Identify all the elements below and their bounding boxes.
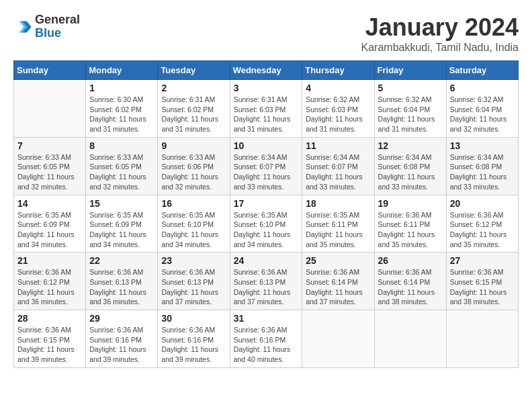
day-info: Sunrise: 6:34 AM Sunset: 6:08 PM Dayligh…	[378, 152, 443, 192]
calendar-day-cell: 28Sunrise: 6:36 AM Sunset: 6:15 PM Dayli…	[14, 310, 86, 368]
day-info: Sunrise: 6:35 AM Sunset: 6:11 PM Dayligh…	[306, 210, 370, 250]
calendar-day-cell: 8Sunrise: 6:33 AM Sunset: 6:05 PM Daylig…	[86, 137, 158, 195]
weekday-header-cell: Wednesday	[230, 61, 302, 80]
day-number: 15	[89, 198, 154, 209]
day-info: Sunrise: 6:31 AM Sunset: 6:02 PM Dayligh…	[161, 95, 226, 134]
calendar-day-cell: 21Sunrise: 6:36 AM Sunset: 6:12 PM Dayli…	[14, 253, 86, 310]
calendar-day-cell: 29Sunrise: 6:36 AM Sunset: 6:16 PM Dayli…	[86, 310, 158, 368]
calendar-day-cell: 5Sunrise: 6:32 AM Sunset: 6:04 PM Daylig…	[374, 80, 446, 138]
calendar-week-row: 1Sunrise: 6:30 AM Sunset: 6:02 PM Daylig…	[14, 80, 519, 138]
day-number: 24	[234, 255, 299, 266]
day-number: 17	[234, 198, 299, 209]
day-number: 16	[161, 198, 226, 209]
day-info: Sunrise: 6:32 AM Sunset: 6:04 PM Dayligh…	[378, 95, 443, 134]
day-number: 1	[89, 83, 154, 93]
title-section: January 2024 Karambakkudi, Tamil Nadu, I…	[361, 13, 519, 54]
day-info: Sunrise: 6:33 AM Sunset: 6:05 PM Dayligh…	[89, 152, 154, 192]
calendar-day-cell: 11Sunrise: 6:34 AM Sunset: 6:07 PM Dayli…	[302, 137, 374, 195]
day-number: 3	[234, 83, 299, 93]
calendar-day-cell: 15Sunrise: 6:35 AM Sunset: 6:09 PM Dayli…	[86, 195, 158, 253]
day-number: 21	[17, 255, 82, 266]
weekday-header-cell: Saturday	[446, 61, 518, 80]
day-number: 6	[450, 83, 515, 93]
day-info: Sunrise: 6:35 AM Sunset: 6:09 PM Dayligh…	[89, 210, 154, 250]
day-info: Sunrise: 6:36 AM Sunset: 6:16 PM Dayligh…	[89, 325, 154, 365]
day-number: 7	[17, 140, 82, 151]
day-info: Sunrise: 6:34 AM Sunset: 6:07 PM Dayligh…	[306, 152, 370, 192]
calendar-day-cell: 17Sunrise: 6:35 AM Sunset: 6:10 PM Dayli…	[230, 195, 302, 253]
day-info: Sunrise: 6:36 AM Sunset: 6:11 PM Dayligh…	[378, 210, 443, 250]
logo: General Blue	[13, 13, 80, 40]
day-info: Sunrise: 6:36 AM Sunset: 6:13 PM Dayligh…	[89, 267, 154, 307]
day-number: 13	[450, 140, 515, 151]
day-info: Sunrise: 6:33 AM Sunset: 6:06 PM Dayligh…	[161, 152, 226, 192]
day-info: Sunrise: 6:35 AM Sunset: 6:09 PM Dayligh…	[17, 210, 82, 250]
weekday-header-cell: Thursday	[302, 61, 374, 80]
logo-text: General Blue	[35, 13, 80, 40]
calendar-day-cell: 19Sunrise: 6:36 AM Sunset: 6:11 PM Dayli…	[374, 195, 446, 253]
calendar-day-cell: 24Sunrise: 6:36 AM Sunset: 6:13 PM Dayli…	[230, 253, 302, 310]
day-info: Sunrise: 6:36 AM Sunset: 6:13 PM Dayligh…	[234, 267, 299, 307]
calendar-day-cell: 3Sunrise: 6:31 AM Sunset: 6:03 PM Daylig…	[230, 80, 302, 138]
calendar-day-cell: 13Sunrise: 6:34 AM Sunset: 6:08 PM Dayli…	[446, 137, 518, 195]
calendar-day-cell: 1Sunrise: 6:30 AM Sunset: 6:02 PM Daylig…	[86, 80, 158, 138]
day-info: Sunrise: 6:36 AM Sunset: 6:16 PM Dayligh…	[161, 325, 226, 365]
day-info: Sunrise: 6:35 AM Sunset: 6:10 PM Dayligh…	[161, 210, 226, 250]
day-number: 27	[450, 255, 515, 266]
calendar-day-cell: 16Sunrise: 6:35 AM Sunset: 6:10 PM Dayli…	[158, 195, 230, 253]
calendar-day-cell: 18Sunrise: 6:35 AM Sunset: 6:11 PM Dayli…	[302, 195, 374, 253]
calendar-body: 1Sunrise: 6:30 AM Sunset: 6:02 PM Daylig…	[14, 80, 519, 368]
day-info: Sunrise: 6:36 AM Sunset: 6:13 PM Dayligh…	[161, 267, 226, 307]
day-number: 4	[306, 83, 370, 93]
calendar-title: January 2024	[361, 13, 519, 42]
calendar-day-cell: 10Sunrise: 6:34 AM Sunset: 6:07 PM Dayli…	[230, 137, 302, 195]
calendar-day-cell: 27Sunrise: 6:36 AM Sunset: 6:15 PM Dayli…	[446, 253, 518, 310]
calendar-day-cell: 14Sunrise: 6:35 AM Sunset: 6:09 PM Dayli…	[14, 195, 86, 253]
calendar-week-row: 14Sunrise: 6:35 AM Sunset: 6:09 PM Dayli…	[14, 195, 519, 253]
day-info: Sunrise: 6:36 AM Sunset: 6:12 PM Dayligh…	[450, 210, 515, 250]
day-number: 31	[234, 313, 299, 324]
calendar-day-cell: 30Sunrise: 6:36 AM Sunset: 6:16 PM Dayli…	[158, 310, 230, 368]
weekday-header-cell: Friday	[374, 61, 446, 80]
day-number: 25	[306, 255, 370, 266]
day-number: 2	[161, 83, 226, 93]
calendar-day-cell	[302, 310, 374, 368]
logo-icon	[13, 17, 32, 36]
calendar-day-cell: 31Sunrise: 6:36 AM Sunset: 6:16 PM Dayli…	[230, 310, 302, 368]
day-info: Sunrise: 6:34 AM Sunset: 6:07 PM Dayligh…	[234, 152, 299, 192]
day-info: Sunrise: 6:36 AM Sunset: 6:16 PM Dayligh…	[234, 325, 299, 365]
day-number: 10	[234, 140, 299, 151]
calendar-week-row: 7Sunrise: 6:33 AM Sunset: 6:05 PM Daylig…	[14, 137, 519, 195]
calendar-day-cell: 25Sunrise: 6:36 AM Sunset: 6:14 PM Dayli…	[302, 253, 374, 310]
calendar-day-cell	[14, 80, 86, 138]
day-info: Sunrise: 6:32 AM Sunset: 6:04 PM Dayligh…	[450, 95, 515, 134]
day-number: 23	[161, 255, 226, 266]
day-number: 9	[161, 140, 226, 151]
day-info: Sunrise: 6:36 AM Sunset: 6:14 PM Dayligh…	[306, 267, 370, 307]
day-info: Sunrise: 6:36 AM Sunset: 6:12 PM Dayligh…	[17, 267, 82, 307]
day-number: 19	[378, 198, 443, 209]
day-info: Sunrise: 6:36 AM Sunset: 6:15 PM Dayligh…	[17, 325, 82, 365]
calendar-day-cell: 2Sunrise: 6:31 AM Sunset: 6:02 PM Daylig…	[158, 80, 230, 138]
day-number: 18	[306, 198, 370, 209]
calendar-week-row: 28Sunrise: 6:36 AM Sunset: 6:15 PM Dayli…	[14, 310, 519, 368]
calendar-day-cell: 7Sunrise: 6:33 AM Sunset: 6:05 PM Daylig…	[14, 137, 86, 195]
calendar-day-cell: 6Sunrise: 6:32 AM Sunset: 6:04 PM Daylig…	[446, 80, 518, 138]
day-info: Sunrise: 6:33 AM Sunset: 6:05 PM Dayligh…	[17, 152, 82, 192]
calendar-day-cell: 4Sunrise: 6:32 AM Sunset: 6:03 PM Daylig…	[302, 80, 374, 138]
day-number: 12	[378, 140, 443, 151]
day-info: Sunrise: 6:34 AM Sunset: 6:08 PM Dayligh…	[450, 152, 515, 192]
day-number: 28	[17, 313, 82, 324]
calendar-day-cell: 23Sunrise: 6:36 AM Sunset: 6:13 PM Dayli…	[158, 253, 230, 310]
day-info: Sunrise: 6:30 AM Sunset: 6:02 PM Dayligh…	[89, 95, 154, 134]
day-number: 5	[378, 83, 443, 93]
calendar-day-cell	[374, 310, 446, 368]
day-number: 29	[89, 313, 154, 324]
weekday-header-cell: Tuesday	[158, 61, 230, 80]
day-info: Sunrise: 6:36 AM Sunset: 6:15 PM Dayligh…	[450, 267, 515, 307]
calendar-day-cell	[446, 310, 518, 368]
day-number: 30	[161, 313, 226, 324]
weekday-header-cell: Monday	[86, 61, 158, 80]
day-info: Sunrise: 6:36 AM Sunset: 6:14 PM Dayligh…	[378, 267, 443, 307]
day-number: 14	[17, 198, 82, 209]
